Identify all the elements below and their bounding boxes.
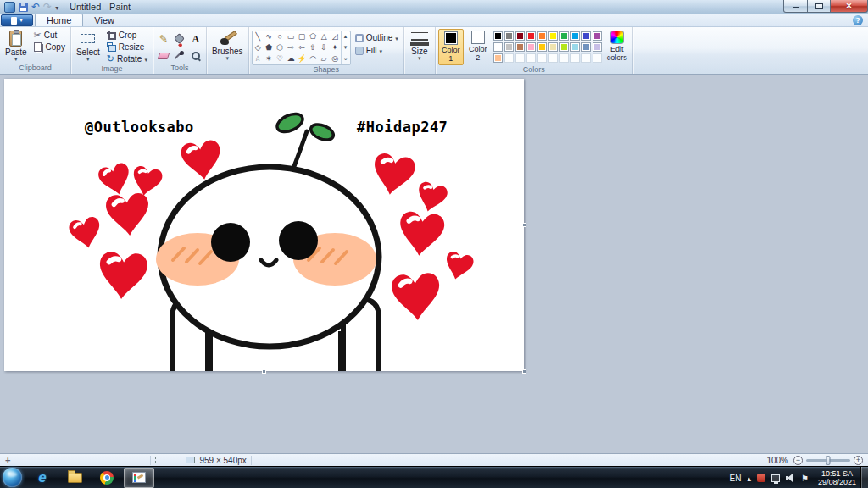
- color-swatch[interactable]: [504, 31, 514, 41]
- show-desktop-button[interactable]: [860, 467, 868, 488]
- cut-button[interactable]: Cut: [31, 30, 68, 41]
- crop-button[interactable]: Crop: [104, 30, 150, 41]
- shape-icon[interactable]: ☆: [253, 53, 264, 64]
- color-swatch[interactable]: [581, 42, 591, 52]
- zoom-slider[interactable]: [806, 459, 850, 462]
- shape-icon[interactable]: ◇: [253, 42, 264, 53]
- color2-button[interactable]: Color 2: [465, 29, 491, 64]
- shape-icon[interactable]: ☁: [286, 53, 297, 64]
- paint-menu-button[interactable]: [1, 14, 33, 26]
- paste-button[interactable]: Paste: [3, 29, 30, 62]
- network-icon[interactable]: [771, 474, 780, 482]
- taskbar-explorer-button[interactable]: [59, 468, 90, 488]
- size-button[interactable]: Size: [407, 29, 432, 61]
- empty-color-swatch[interactable]: [593, 53, 602, 63]
- color-swatch[interactable]: [515, 31, 525, 41]
- shape-icon[interactable]: ▢: [297, 31, 308, 42]
- taskbar-paint-button[interactable]: [124, 468, 154, 488]
- fill-button[interactable]: Fill: [353, 45, 401, 56]
- shape-icon[interactable]: ○: [275, 31, 286, 42]
- color-swatch[interactable]: [493, 53, 503, 63]
- copy-button[interactable]: Copy: [31, 42, 68, 53]
- empty-color-swatch[interactable]: [515, 53, 525, 63]
- fill-tool[interactable]: [172, 30, 187, 47]
- customize-qat-icon[interactable]: [55, 2, 58, 12]
- empty-color-swatch[interactable]: [526, 53, 536, 63]
- redo-icon[interactable]: [43, 2, 52, 12]
- color-swatch[interactable]: [548, 31, 558, 41]
- close-button[interactable]: [831, 0, 868, 13]
- color-swatch[interactable]: [515, 42, 525, 52]
- empty-color-swatch[interactable]: [548, 53, 558, 63]
- clock[interactable]: 10:51 SA 29/08/2021: [815, 469, 860, 486]
- shape-icon[interactable]: ⚡: [297, 53, 308, 64]
- select-button[interactable]: Select: [74, 29, 103, 62]
- canvas-resize-handle-right[interactable]: [522, 223, 526, 227]
- taskbar-internet-explorer-button[interactable]: [27, 468, 58, 488]
- color-swatch[interactable]: [526, 42, 536, 52]
- shape-icon[interactable]: ✶: [264, 53, 275, 64]
- rotate-button[interactable]: Rotate: [104, 53, 150, 64]
- canvas-resize-handle-corner[interactable]: [522, 369, 526, 374]
- pencil-tool[interactable]: [156, 30, 171, 47]
- color-swatch[interactable]: [559, 42, 569, 52]
- shapes-more-icon[interactable]: [342, 53, 350, 64]
- shapes-scroll-down-icon[interactable]: [342, 42, 350, 53]
- maximize-button[interactable]: [808, 0, 831, 13]
- save-icon[interactable]: [19, 3, 28, 12]
- empty-color-swatch[interactable]: [504, 53, 514, 63]
- shape-icon[interactable]: ⇦: [297, 42, 308, 53]
- show-hidden-icons-icon[interactable]: [747, 473, 751, 483]
- shape-icon[interactable]: ╲: [253, 31, 264, 42]
- shape-icon[interactable]: ▭: [286, 31, 297, 42]
- action-center-icon[interactable]: [801, 474, 809, 483]
- shapes-scroll-up-icon[interactable]: [342, 31, 350, 42]
- taskbar-chrome-button[interactable]: [92, 468, 122, 488]
- language-indicator[interactable]: EN: [730, 474, 742, 483]
- shape-icon[interactable]: ⇧: [308, 42, 319, 53]
- shape-icon[interactable]: ⬠: [308, 31, 319, 42]
- color1-button[interactable]: Color 1: [438, 29, 464, 65]
- shape-icon[interactable]: ⬟: [264, 42, 275, 53]
- zoom-in-button[interactable]: +: [854, 456, 863, 465]
- color-swatch[interactable]: [548, 42, 558, 52]
- shape-icon[interactable]: ◿: [330, 31, 341, 42]
- color-swatch[interactable]: [593, 42, 602, 52]
- color-swatch[interactable]: [593, 31, 602, 41]
- shape-icon[interactable]: ◎: [330, 53, 341, 64]
- zoom-out-button[interactable]: −: [793, 456, 803, 465]
- shape-icon[interactable]: △: [319, 31, 330, 42]
- outline-button[interactable]: Outline: [353, 32, 401, 43]
- minimize-button[interactable]: [783, 0, 808, 13]
- empty-color-swatch[interactable]: [559, 53, 569, 63]
- canvas-resize-handle-bottom[interactable]: [262, 369, 266, 374]
- empty-color-swatch[interactable]: [537, 53, 547, 63]
- drawing-canvas[interactable]: @Outlooksabo #Hoidap247: [4, 79, 524, 371]
- undo-icon[interactable]: [31, 2, 40, 12]
- empty-color-swatch[interactable]: [581, 53, 591, 63]
- color-swatch[interactable]: [570, 31, 580, 41]
- shape-icon[interactable]: ◠: [308, 53, 319, 64]
- start-button[interactable]: [3, 468, 22, 487]
- color-swatch[interactable]: [537, 42, 547, 52]
- brushes-button[interactable]: Brushes: [209, 29, 246, 61]
- tab-view[interactable]: View: [83, 14, 125, 26]
- color-swatch[interactable]: [559, 31, 569, 41]
- help-icon[interactable]: [853, 15, 863, 25]
- resize-button[interactable]: Resize: [104, 42, 150, 53]
- color-picker-tool[interactable]: [172, 47, 187, 64]
- color-swatch[interactable]: [570, 42, 580, 52]
- volume-icon[interactable]: [786, 474, 795, 482]
- shape-icon[interactable]: ⬡: [275, 42, 286, 53]
- shape-icon[interactable]: ▱: [319, 53, 330, 64]
- edit-colors-button[interactable]: Edit colors: [604, 29, 630, 64]
- shape-icon[interactable]: ⇨: [286, 42, 297, 53]
- tab-home[interactable]: Home: [35, 14, 83, 26]
- color-swatch[interactable]: [581, 31, 591, 41]
- color-swatch[interactable]: [526, 31, 536, 41]
- color-swatch[interactable]: [504, 42, 514, 52]
- text-tool[interactable]: [188, 30, 203, 47]
- color-swatch[interactable]: [493, 31, 503, 41]
- shape-icon[interactable]: ∿: [264, 31, 275, 42]
- color-swatch[interactable]: [493, 42, 503, 52]
